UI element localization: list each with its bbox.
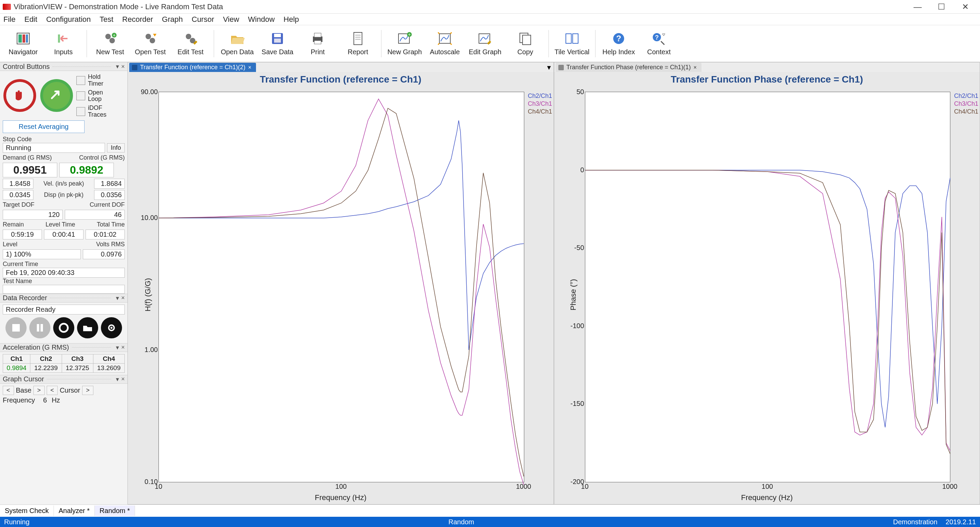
context-icon: ? (651, 31, 667, 46)
menu-cursor[interactable]: Cursor (192, 15, 214, 24)
left-sidebar: Control Buttons ▾ × Hold Timer Open Loop (0, 62, 127, 505)
svg-rect-1 (18, 34, 22, 43)
svg-point-5 (105, 34, 111, 39)
cursor-cur-prev[interactable]: < (47, 386, 58, 395)
rec-pause-button[interactable] (29, 317, 51, 339)
info-button[interactable]: Info (107, 143, 125, 152)
xtick: 10 (155, 483, 162, 490)
menu-test[interactable]: Test (100, 15, 113, 24)
footer-tab-system-check[interactable]: System Check (0, 506, 54, 516)
run-button[interactable] (40, 79, 73, 112)
toolbar-navigator[interactable]: Navigator (5, 27, 41, 60)
stop-button[interactable] (3, 79, 36, 112)
toolbar-edit-graph[interactable]: Edit Graph (467, 27, 503, 60)
menu-recorder[interactable]: Recorder (123, 15, 153, 24)
svg-point-11 (186, 34, 191, 39)
minimize-button[interactable]: — (906, 2, 929, 11)
volts-label: Volts RMS (96, 241, 125, 248)
tab-close-icon[interactable]: × (248, 64, 251, 70)
ytick: 90.00 (141, 88, 158, 96)
tab-close-icon[interactable]: × (694, 64, 697, 70)
tab-phase-label: Transfer Function Phase (reference = Ch1… (566, 64, 691, 71)
toolbar-help-index[interactable]: ?Help Index (600, 27, 637, 60)
folder-icon (83, 324, 93, 332)
legend-entry: Ch3/Ch1 (528, 100, 552, 107)
menu-window[interactable]: Window (248, 15, 275, 24)
cursor-freq-label: Frequency (3, 396, 35, 404)
panel-close-icon[interactable]: × (121, 375, 125, 383)
navigator-icon (16, 31, 31, 46)
chart-area-right[interactable]: Phase (°) Frequency (Hz) Ch2/Ch1Ch3/Ch1C… (554, 85, 980, 504)
chart-area-left[interactable]: H(f) (G/G) Frequency (Hz) Ch2/Ch1Ch3/Ch1… (128, 85, 554, 504)
panel-collapse-icon[interactable]: ▾ (116, 375, 119, 383)
level-time-label: Level Time (45, 221, 75, 228)
reset-averaging-button[interactable]: Reset Averaging (3, 120, 84, 133)
panel-collapse-icon[interactable]: ▾ (116, 294, 119, 302)
hold-timer-checkbox[interactable] (76, 76, 85, 85)
footer-tab-analyzer[interactable]: Analyzer * (54, 506, 95, 516)
svg-point-10 (150, 38, 155, 43)
panel-collapse-icon[interactable]: ▾ (116, 63, 119, 70)
svg-rect-29 (523, 35, 531, 45)
toolbar-print[interactable]: Print (299, 27, 336, 60)
tab-transfer-function[interactable]: Transfer Function (reference = Ch1)(2) × (129, 63, 256, 72)
menu-graph[interactable]: Graph (162, 15, 183, 24)
help-index-icon: ? (611, 31, 626, 46)
current-time-value: Feb 19, 2020 09:40:33 (3, 268, 125, 278)
panel-data-recorder-title: Data Recorder (3, 294, 47, 302)
svg-text:+: + (113, 32, 116, 38)
toolbar-tile-vertical[interactable]: Tile Vertical (554, 27, 590, 60)
menu-help[interactable]: Help (283, 15, 299, 24)
toolbar-new-graph[interactable]: +New Graph (386, 27, 423, 60)
footer-tab-random[interactable]: Random * (95, 506, 135, 516)
menu-view[interactable]: View (223, 15, 239, 24)
maximize-button[interactable]: ☐ (929, 2, 953, 11)
cursor-base-next[interactable]: > (33, 386, 45, 395)
svg-rect-2 (22, 34, 25, 43)
rec-settings-button[interactable] (101, 317, 122, 339)
rec-record-button[interactable] (53, 317, 74, 339)
idof-traces-label: iDOF Traces (88, 105, 107, 118)
acceleration-table: Ch1 Ch2 Ch3 Ch4 0.9894 12.2239 12.3725 1… (3, 354, 125, 373)
panel-collapse-icon[interactable]: ▾ (116, 344, 119, 351)
rec-stop-button[interactable] (5, 317, 27, 339)
cursor-cur-next[interactable]: > (82, 386, 94, 395)
toolbar-context[interactable]: ?Context (641, 27, 677, 60)
ytick: 1.00 (145, 346, 158, 354)
xtick: 10 (581, 483, 588, 490)
toolbar-copy[interactable]: Copy (507, 27, 544, 60)
menu-file[interactable]: File (3, 15, 15, 24)
toolbar-open-data[interactable]: Open Data (219, 27, 256, 60)
panel-close-icon[interactable]: × (121, 344, 125, 351)
tab-phase[interactable]: Transfer Function Phase (reference = Ch1… (555, 63, 702, 72)
cursor-base-label: Base (16, 386, 32, 394)
idof-traces-checkbox[interactable] (76, 107, 85, 116)
panel-acceleration-header[interactable]: Acceleration (G RMS) ▾ × (0, 343, 127, 352)
legend-entry: Ch4/Ch1 (528, 108, 552, 115)
toolbar-report[interactable]: Report (339, 27, 376, 60)
panel-data-recorder-header[interactable]: Data Recorder ▾ × (0, 294, 127, 303)
close-button[interactable]: ✕ (953, 2, 977, 11)
panel-close-icon[interactable]: × (121, 294, 125, 302)
menu-edit[interactable]: Edit (24, 15, 37, 24)
acc-v-ch1: 0.9894 (3, 363, 30, 372)
panel-close-icon[interactable]: × (121, 63, 125, 70)
toolbar-save-data[interactable]: Save Data (259, 27, 296, 60)
disp-right: 0.0356 (94, 190, 125, 200)
toolbar-open-test[interactable]: Open Test (132, 27, 169, 60)
ytick: 10.00 (141, 214, 158, 222)
test-name-value[interactable] (3, 285, 125, 294)
toolbar-new-test[interactable]: +New Test (92, 27, 129, 60)
toolbar-autoscale[interactable]: Autoscale (426, 27, 463, 60)
menu-configuration[interactable]: Configuration (46, 15, 91, 24)
panel-control-buttons-header[interactable]: Control Buttons ▾ × (0, 62, 127, 71)
toolbar-edit-test[interactable]: Edit Test (172, 27, 209, 60)
rec-open-button[interactable] (77, 317, 98, 339)
panel-cursor-header[interactable]: Graph Cursor ▾ × (0, 375, 127, 384)
svg-rect-31 (573, 34, 578, 43)
open-loop-checkbox[interactable] (76, 91, 85, 100)
cursor-base-prev[interactable]: < (3, 386, 14, 395)
tab-dropdown-icon[interactable]: ▾ (544, 63, 554, 72)
xtick: 1000 (516, 483, 531, 490)
toolbar-inputs[interactable]: Inputs (45, 27, 82, 60)
